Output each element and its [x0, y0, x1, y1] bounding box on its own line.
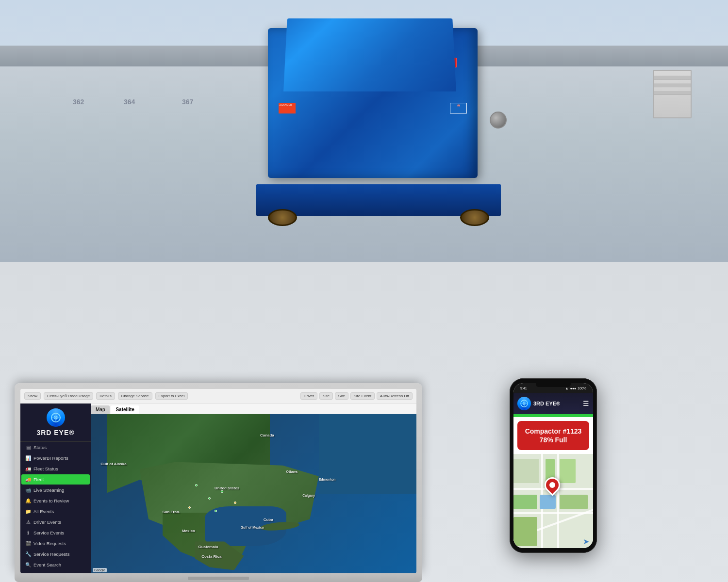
- map-dot-2: [208, 497, 211, 500]
- map-label-gulfmexico: Gulf of Mexico: [241, 526, 264, 529]
- phone-time: 9:41: [520, 387, 527, 390]
- sidebar-item-icon: 📹: [25, 487, 31, 493]
- driver-button[interactable]: Driver: [300, 392, 317, 400]
- phone-map: ➤: [513, 454, 593, 548]
- sidebar-item-events-to-review[interactable]: 🔔 Events to Review: [21, 496, 90, 506]
- building-number: 362: [73, 98, 84, 106]
- satellite-map: Canada United States Mexico Gulf of Alas…: [91, 414, 416, 573]
- sidebar-item-icon: ▤: [25, 445, 31, 450]
- warning-label: ⚠ DANGER: [279, 103, 296, 113]
- map-label-calgary: Calgary: [302, 494, 315, 497]
- change-service-button[interactable]: Change Service: [118, 392, 152, 400]
- auto-refresh-button[interactable]: Auto-Refresh Off: [377, 392, 413, 400]
- map-label-guatemala: Guatemala: [198, 545, 218, 549]
- details-button[interactable]: Details: [96, 392, 115, 400]
- phone-screen: 9:41 ▲ ●●● 100%: [513, 383, 593, 548]
- flag-label: 🇺🇸: [450, 103, 467, 113]
- sidebar-item-label: Fleet Status: [33, 466, 58, 471]
- navigation-arrow-icon: ➤: [583, 537, 589, 546]
- compactor-wheel-right: [460, 209, 489, 226]
- laptop-bezel: Show Certif-Eye® Road Usage Details Chan…: [15, 383, 422, 573]
- sidebar-nav: ▤ Status 📊 PowerBI Reports 🚛 Fleet Statu…: [20, 442, 91, 573]
- phone-building-5: [513, 517, 537, 546]
- building-number: 364: [124, 98, 135, 106]
- map-atlantic: [319, 414, 416, 494]
- export-excel-button[interactable]: Export to Excel: [155, 392, 188, 400]
- map-container: Canada United States Mexico Gulf of Alas…: [91, 414, 416, 573]
- map-tab-bar: Map Satellite: [91, 404, 416, 414]
- google-credit: Google: [93, 568, 107, 572]
- sidebar-item-icon: 🔔: [25, 498, 31, 503]
- sidebar-item-icon: ℹ: [25, 530, 31, 535]
- phone-brand-name: 3RD EYE®: [533, 401, 560, 406]
- phone-location-pin: [544, 478, 561, 496]
- compactor-machine: DANGER DANGER ⚠ DANGER 🇺🇸: [233, 17, 524, 226]
- map-label-alaska: Gulf of Alaska: [100, 462, 127, 466]
- door-panel: [654, 91, 691, 95]
- phone-building-4: [560, 495, 587, 509]
- phone-water: [540, 495, 556, 509]
- sidebar-item-label: Video Requests: [33, 541, 66, 546]
- pin-inner-circle: [548, 481, 557, 489]
- sidebar-item-video-requests[interactable]: 🎬 Video Requests: [21, 538, 90, 549]
- mobile-phone: 9:41 ▲ ●●● 100%: [510, 378, 597, 553]
- laptop-content: 3RD EYE® ▤ Status 📊 PowerBI Reports 🚛 Fl…: [20, 404, 416, 573]
- sidebar-item-powerbi-reports[interactable]: 📊 PowerBI Reports: [21, 453, 90, 463]
- compactor-hopper: [283, 18, 456, 91]
- show-button[interactable]: Show: [24, 392, 41, 400]
- sidebar-item-fleet-status[interactable]: 🚛 Fleet Status: [21, 464, 90, 474]
- map-label-mexico: Mexico: [182, 529, 195, 533]
- site2-button[interactable]: Site: [335, 392, 348, 400]
- map-label-ottawa: Ottawa: [286, 470, 298, 473]
- signal-icon: ●●●: [570, 387, 576, 390]
- sidebar-logo-area: 3RD EYE®: [20, 404, 91, 442]
- sidebar-item-fleet[interactable]: 🚚 Fleet: [21, 474, 90, 485]
- sidebar-item-service-events[interactable]: ℹ Service Events: [21, 528, 90, 538]
- map-dot-5: [215, 510, 217, 512]
- sidebar-item-icon: 🔍: [25, 562, 31, 567]
- site-event-button[interactable]: Site Event: [350, 392, 375, 400]
- map-label-costarica: Costa Rica: [201, 554, 221, 559]
- phone-green-bar: [513, 414, 593, 417]
- certif-eye-button[interactable]: Certif-Eye® Road Usage: [44, 392, 93, 400]
- sidebar-item-status[interactable]: ▤ Status: [21, 442, 90, 453]
- sidebar-item-label: Event Search: [33, 562, 61, 567]
- phone-app-header: 3RD EYE® ☰: [513, 393, 593, 414]
- sidebar-item-service-requests[interactable]: 🔧 Service Requests: [21, 549, 90, 559]
- logo-icon: [47, 408, 65, 427]
- map-tab-satellite[interactable]: Satellite: [111, 405, 139, 414]
- sidebar-item-live-streaming[interactable]: 📹 Live Streaming: [21, 485, 90, 495]
- laptop-outer: Show Certif-Eye® Road Usage Details Chan…: [15, 383, 422, 582]
- sidebar-item-icon: ⚠: [25, 519, 31, 525]
- sidebar-item-label: Status: [33, 445, 47, 450]
- sidebar-item-event-search[interactable]: 🔍 Event Search: [21, 560, 90, 570]
- map-label-edmonton: Edmonton: [319, 478, 336, 481]
- sidebar-item-label: Events to Review: [33, 498, 69, 503]
- sidebar-item-icon: 🚚: [25, 477, 31, 482]
- door-panel: [654, 76, 691, 80]
- sidebar-item-all-events[interactable]: 📁 All Events: [21, 506, 90, 517]
- map-area: Map Satellite: [91, 404, 416, 573]
- map-label-cuba: Cuba: [264, 517, 273, 522]
- door-panel: [654, 83, 691, 87]
- battery-indicator: 100%: [578, 387, 586, 390]
- pin-body: [542, 474, 563, 496]
- phone-notch: [536, 383, 571, 387]
- map-label-canada: Canada: [260, 433, 274, 437]
- phone-building-3: [513, 495, 537, 509]
- building-number: 367: [182, 98, 193, 106]
- sidebar-item-icon: 🚛: [25, 466, 31, 471]
- map-tab-map[interactable]: Map: [91, 405, 110, 414]
- phone-building-2: [560, 459, 576, 483]
- brand-name: 3RD EYE®: [24, 429, 87, 436]
- phone-compactor-title: Compactor #1123: [522, 427, 584, 436]
- phone-menu-icon[interactable]: ☰: [583, 400, 589, 407]
- sidebar-item-label: Fleet: [33, 477, 44, 482]
- laptop-toolbar: Show Certif-Eye® Road Usage Details Chan…: [20, 389, 416, 404]
- map-label-usa: United States: [215, 486, 239, 490]
- map-label-sanfran: San Fran.: [163, 510, 180, 514]
- sidebar-item-driver-events[interactable]: ⚠ Driver Events: [21, 517, 90, 527]
- phone-alert-box: Compactor #1123 78% Full: [517, 421, 589, 450]
- site-button[interactable]: Site: [319, 392, 333, 400]
- sidebar-item-label: All Events: [33, 509, 54, 514]
